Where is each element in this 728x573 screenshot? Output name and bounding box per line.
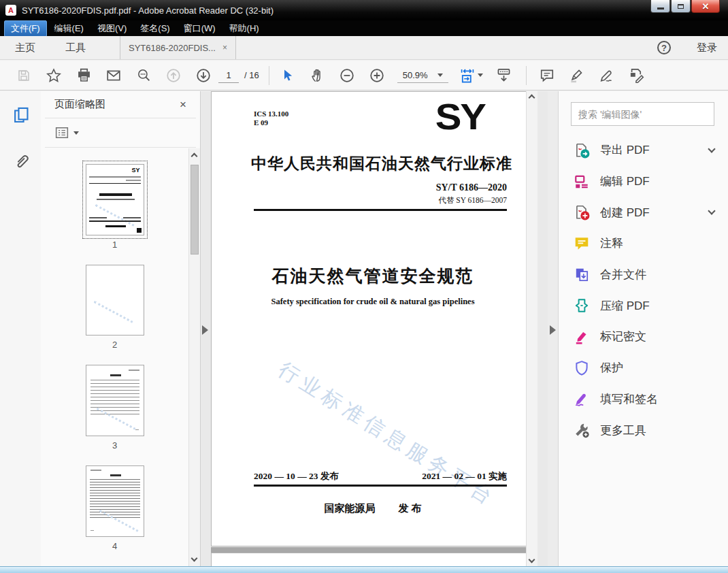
tool-fill-sign[interactable]: 填写和签名 xyxy=(559,384,728,415)
minus-circle-icon xyxy=(340,68,354,83)
tool-redact[interactable]: 标记密文 xyxy=(559,321,728,353)
thumbnail-label: 3 xyxy=(112,440,117,451)
page-thumbnails-nav-button[interactable] xyxy=(12,106,30,127)
print-button[interactable] xyxy=(69,64,99,87)
tab-document[interactable]: SYT6186-2020FDIS... × xyxy=(120,36,236,59)
edit-tools-button[interactable] xyxy=(622,64,652,87)
page-number-input[interactable] xyxy=(218,68,239,83)
email-icon xyxy=(106,68,121,83)
menu-file[interactable]: 文件(F) xyxy=(4,20,47,37)
zoom-out-button[interactable] xyxy=(332,64,362,87)
doc-replaces-note: 代替 SY 6186—2007 xyxy=(438,195,507,206)
tools-search-input[interactable] xyxy=(571,102,714,126)
menu-sign[interactable]: 签名(S) xyxy=(134,21,176,36)
restore-button[interactable] xyxy=(671,0,691,13)
menu-help[interactable]: 帮助(H) xyxy=(223,21,265,36)
restore-icon xyxy=(678,4,684,9)
tool-combine-files[interactable]: 合并文件 xyxy=(559,259,728,291)
main-area: 页面缩略图 × SY xyxy=(0,91,728,566)
chevron-down-icon[interactable] xyxy=(708,145,715,152)
tab-home[interactable]: 主页 xyxy=(0,36,50,59)
thumbnail-page-3[interactable] xyxy=(86,365,144,436)
thumbnail-page-4[interactable] xyxy=(86,465,144,537)
hand-tool-button[interactable] xyxy=(302,64,332,87)
tab-tools[interactable]: 工具 xyxy=(50,36,101,59)
doc-implementation-date: 2021 — 02 — 01 实施 xyxy=(422,470,507,482)
comment-button[interactable] xyxy=(532,64,562,87)
page-display-button[interactable] xyxy=(489,64,519,87)
tool-create-pdf[interactable]: 创建 PDF xyxy=(559,197,728,228)
document-scrollbar[interactable] xyxy=(526,91,537,566)
hand-icon xyxy=(310,68,325,83)
tool-more-tools[interactable]: 更多工具 xyxy=(559,414,728,446)
acrobat-app-icon: A xyxy=(5,5,16,16)
doc-rule xyxy=(254,209,507,211)
arrow-down-circle-icon xyxy=(196,68,211,83)
chevron-down-icon xyxy=(437,73,443,80)
page-separator xyxy=(211,547,535,553)
close-button[interactable]: ✕ xyxy=(691,0,720,13)
menu-window[interactable]: 窗口(W) xyxy=(178,21,222,36)
menu-view[interactable]: 视图(V) xyxy=(91,21,133,36)
thumbnail-page-2[interactable] xyxy=(86,265,144,336)
scroll-down-icon[interactable] xyxy=(529,557,535,563)
thumbnail-options-button[interactable] xyxy=(54,126,79,140)
zoom-level-value: 50.9% xyxy=(403,70,428,80)
thumbnail-label: 1 xyxy=(112,240,117,250)
document-area[interactable]: ICS 13.100 E 09 SY 中华人民共和国石油天然气行业标准 SY/T… xyxy=(201,91,548,566)
signin-button[interactable]: 登录 xyxy=(697,42,717,54)
previous-page-button[interactable] xyxy=(159,64,188,87)
menu-edit[interactable]: 编辑(E) xyxy=(48,21,90,36)
tool-export-pdf[interactable]: 导出 PDF xyxy=(559,135,728,166)
email-button[interactable] xyxy=(99,64,129,87)
tab-close-icon[interactable]: × xyxy=(222,43,227,52)
star-icon xyxy=(46,68,61,83)
tool-edit-pdf[interactable]: 编辑 PDF xyxy=(559,166,728,197)
highlight-button[interactable] xyxy=(562,64,592,87)
pdf-page-2[interactable] xyxy=(211,553,535,566)
tool-compress-pdf[interactable]: 压缩 PDF xyxy=(559,290,728,321)
help-icon[interactable]: ? xyxy=(657,41,671,54)
titlebar: A SYT6186-2020FDIS.pdf.pdf - Adobe Acrob… xyxy=(0,0,728,20)
sign-button[interactable] xyxy=(592,64,622,87)
attachments-nav-button[interactable] xyxy=(12,152,30,173)
edit-pdf-icon xyxy=(574,174,590,190)
options-list-icon xyxy=(54,126,69,140)
panel-close-icon[interactable]: × xyxy=(180,98,186,112)
scroll-up-icon[interactable] xyxy=(191,153,198,160)
save-button[interactable] xyxy=(9,64,39,87)
paperclip-icon xyxy=(12,152,30,170)
highlighter-icon xyxy=(569,67,584,83)
thumbnails-scrollbar[interactable] xyxy=(188,148,200,566)
chevron-down-icon[interactable] xyxy=(708,208,715,215)
scroll-down-icon[interactable] xyxy=(191,555,198,562)
tool-comment[interactable]: 注释 xyxy=(559,228,728,259)
page-thumbnails-icon xyxy=(12,106,30,124)
scrollbar-thumb[interactable] xyxy=(191,165,199,255)
thumbnail-page-1[interactable]: SY xyxy=(86,164,144,235)
doc-watermark: 行业标准信息服务平台 xyxy=(273,356,501,513)
window-bottom-edge xyxy=(0,566,728,573)
select-tool-button[interactable] xyxy=(272,64,302,87)
doc-standard-heading: 中华人民共和国石油天然气行业标准 xyxy=(251,153,511,174)
zoom-in-button[interactable] xyxy=(362,64,392,87)
tool-label: 导出 PDF xyxy=(600,142,709,158)
tool-label: 合并文件 xyxy=(600,267,714,282)
chevron-down-icon xyxy=(73,131,79,137)
tool-label: 压缩 PDF xyxy=(600,298,714,314)
zoom-level-dropdown[interactable]: 50.9% xyxy=(397,68,448,83)
protect-shield-icon xyxy=(574,360,590,376)
minimize-button[interactable] xyxy=(650,0,670,13)
next-page-button[interactable] xyxy=(188,64,218,87)
pdf-page-1[interactable]: ICS 13.100 E 09 SY 中华人民共和国石油天然气行业标准 SY/T… xyxy=(211,91,535,546)
fit-width-button[interactable] xyxy=(454,64,489,87)
favorite-button[interactable] xyxy=(39,64,69,87)
search-button[interactable] xyxy=(129,64,159,87)
right-panel-handle-strip xyxy=(548,91,558,566)
tools-panel: 导出 PDF 编辑 PDF 创建 PDF 注释 xyxy=(558,91,728,566)
collapse-left-panel-handle[interactable] xyxy=(202,325,213,335)
tool-protect[interactable]: 保护 xyxy=(559,353,728,384)
tool-label: 编辑 PDF xyxy=(600,174,714,189)
tabbar: 主页 工具 SYT6186-2020FDIS... × ? 登录 xyxy=(0,36,728,60)
tool-label: 保护 xyxy=(600,360,714,376)
